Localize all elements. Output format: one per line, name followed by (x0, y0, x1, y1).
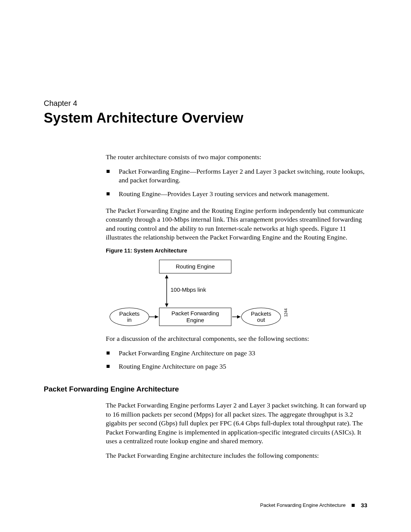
list-item: Routing Engine Architecture on page 35 (106, 362, 367, 371)
packets-in-line1: Packets (119, 311, 139, 317)
routing-engine-box: Routing Engine (159, 260, 231, 273)
page-footer: Packet Forwarding Engine Architecture 33 (260, 502, 367, 508)
section-link-list: Packet Forwarding Engine Architecture on… (106, 349, 367, 371)
list-item: Packet Forwarding Engine Architecture on… (106, 349, 367, 358)
figure-id-code: 1244 (284, 308, 288, 317)
figure-caption: Figure 11: System Architecture (106, 248, 367, 254)
section-body: The Packet Forwarding Engine performs La… (106, 401, 367, 460)
after-figure-paragraph: For a discussion of the architectural co… (106, 334, 367, 343)
packets-out-line2: out (257, 317, 265, 323)
section-heading-pfe: Packet Forwarding Engine Architecture (44, 385, 367, 393)
page: Chapter 4 System Architecture Overview T… (0, 0, 411, 489)
intro-bullet-list: Packet Forwarding Engine—Performs Layer … (106, 167, 367, 199)
page-number: 33 (361, 502, 367, 508)
intro-paragraph-2: The Packet Forwarding Engine and the Rou… (106, 206, 367, 243)
packets-in-line2: in (127, 317, 132, 323)
system-architecture-diagram: Routing Engine 100-Mbps link Packets in … (113, 260, 319, 328)
packets-in-oval: Packets in (110, 308, 149, 326)
packets-out-line1: Packets (251, 311, 271, 317)
body-content: The router architecture consists of two … (106, 153, 367, 371)
chapter-title: System Architecture Overview (44, 110, 367, 126)
pfe-paragraph-2: The Packet Forwarding Engine architectur… (106, 451, 367, 460)
pfe-line2: Engine (186, 317, 204, 324)
packets-out-oval: Packets out (241, 308, 281, 326)
routing-engine-label: Routing Engine (176, 263, 215, 270)
pfe-paragraph-1: The Packet Forwarding Engine performs La… (106, 401, 367, 446)
pfe-line1: Packet Forwarding (171, 310, 219, 317)
list-item: Routing Engine—Provides Layer 3 routing … (106, 190, 367, 199)
footer-square-icon (352, 504, 355, 507)
chapter-label: Chapter 4 (44, 99, 367, 108)
packet-forwarding-engine-box: Packet Forwarding Engine (159, 308, 231, 326)
intro-paragraph-1: The router architecture consists of two … (106, 153, 367, 162)
footer-section-title: Packet Forwarding Engine Architecture (260, 502, 346, 508)
link-speed-label: 100-Mbps link (170, 286, 206, 293)
list-item: Packet Forwarding Engine—Performs Layer … (106, 167, 367, 185)
